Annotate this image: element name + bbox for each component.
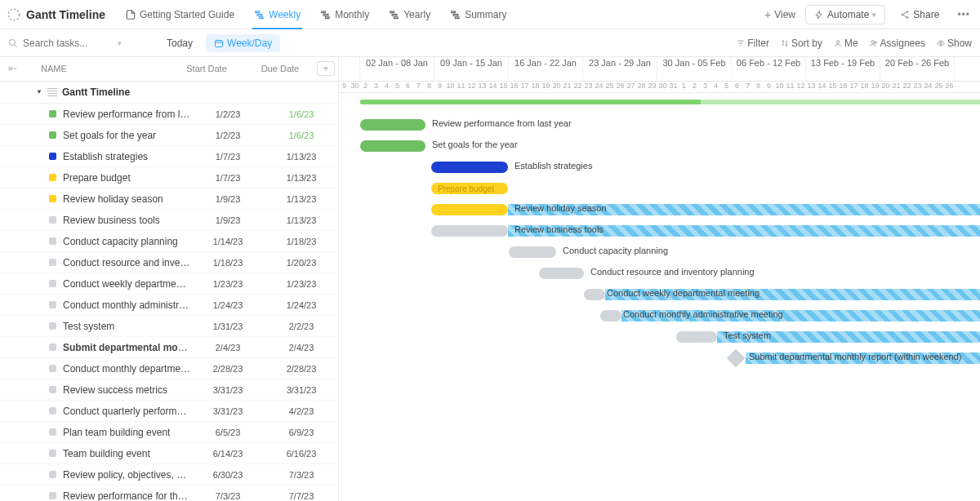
task-row[interactable]: Conduct resource and inventory pl...1/18… [0,252,338,273]
zoom-toggle[interactable]: Week/Day [206,34,280,52]
task-bar[interactable] [539,268,584,279]
task-row[interactable]: Conduct monthly administrative m...1/24/… [0,295,338,316]
task-bar[interactable] [509,246,556,258]
week-header: 16 Jan - 22 Jan [509,57,583,81]
task-row[interactable]: Test system1/31/232/2/23 [0,316,338,337]
task-bar[interactable] [431,162,508,173]
day-cell: 20 [551,82,562,92]
today-button[interactable]: Today [160,34,199,52]
task-bar[interactable] [360,140,425,152]
status-square [49,301,56,308]
task-row[interactable]: Set goals for the year1/2/231/6/23 [0,125,338,146]
timeline-pane[interactable]: 02 Jan - 08 Jan09 Jan - 15 Jan16 Jan - 2… [339,57,980,501]
task-row[interactable]: Review performance from last year1/2/231… [0,104,338,125]
tab-summary[interactable]: Summary [440,0,516,29]
task-row[interactable]: Conduct weekly departmental me...1/23/23… [0,273,338,295]
task-row[interactable]: Conduct capacity planning1/14/231/18/23 [0,231,338,252]
task-start: 1/14/23 [191,237,265,246]
tab-icon [254,9,265,20]
sort-button[interactable]: Sort by [781,38,822,49]
assignees-button[interactable]: Assignees [870,38,925,49]
tab-getting-started-guide[interactable]: Getting Started Guide [115,0,244,29]
share-button[interactable]: Share [892,6,947,24]
task-row[interactable]: Review success metrics3/31/233/31/23 [0,379,338,401]
task-start: 2/28/23 [191,364,265,374]
day-cell: 20 [880,82,891,92]
svg-point-15 [906,16,908,18]
task-name: Review business tools [63,215,191,226]
show-button[interactable]: Show [937,38,972,49]
tab-icon [450,9,461,20]
day-cell: 2 [360,82,371,92]
search-input[interactable] [23,38,113,49]
task-due: 6/9/23 [265,428,338,437]
tab-yearly[interactable]: Yearly [379,0,440,29]
triangle-down-icon[interactable]: ▼ [36,88,42,95]
filter-button[interactable]: Filter [737,38,769,49]
day-cell: 22 [902,82,912,92]
status-square [49,407,56,415]
tab-weekly[interactable]: Weekly [244,0,310,29]
task-row[interactable]: Review policy, objectives, and busi...6/… [0,464,338,485]
task-start: 1/2/23 [191,131,265,140]
task-row[interactable]: Review performance for the last 6 ...7/3… [0,485,338,501]
task-start: 1/7/23 [191,152,265,162]
day-cell: 17 [849,82,859,92]
automate-button[interactable]: Automate ▾ [805,5,885,24]
task-row[interactable]: Team building event6/14/236/16/23 [0,443,338,464]
timeline-row [339,496,980,501]
me-button[interactable]: Me [834,38,858,49]
add-view[interactable]: + View [755,0,805,29]
collapse-handle-icon[interactable]: ⇤ [8,62,17,74]
tab-monthly[interactable]: Monthly [310,0,379,29]
task-bar[interactable]: Prepare budget [431,183,508,194]
task-bar[interactable] [676,331,717,343]
day-cell: 8 [753,82,764,92]
task-bar[interactable] [600,310,621,321]
status-square [49,237,56,245]
task-due: 2/4/23 [265,343,338,352]
day-cell: 2 [689,82,700,92]
task-row[interactable]: Review business tools1/9/231/13/23 [0,210,338,231]
task-start: 1/2/23 [191,109,265,119]
svg-point-0 [8,9,20,20]
search-box[interactable]: ▾ [8,38,131,49]
milestone-diamond[interactable] [727,349,746,368]
col-start[interactable]: Start Date [170,64,243,73]
day-cell: 22 [572,82,583,92]
filter-label: Filter [747,38,769,49]
add-column-button[interactable]: + [317,61,335,76]
task-bar[interactable] [360,119,425,131]
task-name: Team building event [63,448,191,459]
timeline-row [339,390,980,411]
task-bar[interactable] [584,289,605,300]
task-row[interactable]: Plan team building event6/5/236/9/23 [0,422,338,443]
svg-rect-3 [259,16,263,18]
bar-label: Review business tools [514,224,604,234]
task-start: 1/24/23 [191,300,265,310]
day-cell: 25 [933,82,944,92]
list-icon [47,88,57,96]
task-row[interactable]: Establish strategies1/7/231/13/23 [0,146,338,167]
task-bar[interactable] [431,225,508,237]
task-start: 3/31/23 [191,385,265,395]
svg-rect-8 [392,14,397,16]
col-due[interactable]: Due Date [243,64,317,73]
task-row[interactable]: Conduct monthly departmental m...2/28/23… [0,358,338,379]
task-row[interactable]: Conduct quarterly performance m...3/31/2… [0,401,338,422]
day-cell: 14 [488,82,498,92]
svg-point-13 [906,11,908,12]
task-row[interactable]: Prepare budget1/7/231/13/23 [0,167,338,188]
summary-bar[interactable] [360,100,980,104]
task-row[interactable]: Review holiday season1/9/231/13/23 [0,188,338,210]
task-due: 2/2/23 [265,321,338,331]
col-name[interactable]: NAME [0,64,170,73]
task-row[interactable]: Submit departmental monthly re...2/4/232… [0,337,338,358]
svg-rect-6 [326,16,330,18]
group-row[interactable]: ▼ Gantt Timeline [0,82,338,104]
timeline-row [339,454,980,475]
more-menu[interactable]: ••• [954,6,973,24]
task-bar[interactable] [431,204,508,215]
day-cell: 13 [477,82,488,92]
me-label: Me [844,38,858,49]
